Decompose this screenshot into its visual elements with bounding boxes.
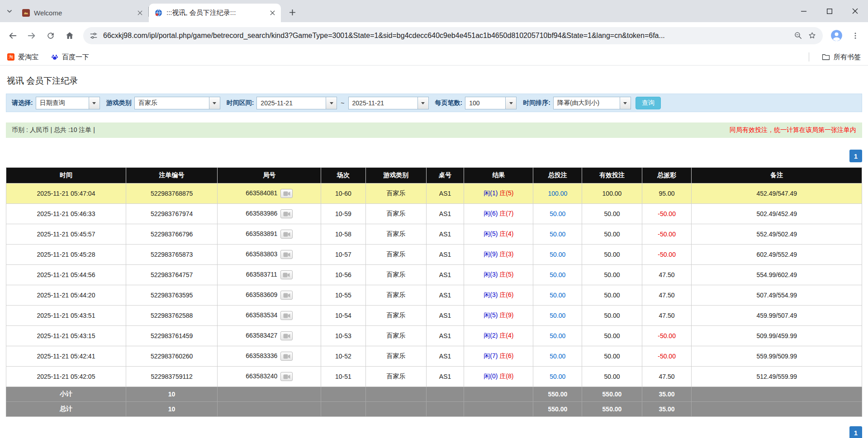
cell-time: 2025-11-21 05:44:20 (6, 285, 126, 306)
cell-game-type: 百家乐 (365, 367, 426, 387)
round-number: 663583891 (246, 230, 277, 237)
cell-result: 闲(2) 庄(4) (464, 326, 533, 346)
date-to-select[interactable]: 2025-11-21 (348, 97, 429, 109)
video-replay-button[interactable] (280, 189, 293, 198)
total-bet-link[interactable]: 50.00 (550, 312, 565, 319)
total-bet-link[interactable]: 50.00 (550, 332, 565, 339)
cell-round: 663584081 (218, 184, 321, 204)
cell-game-type: 百家乐 (365, 265, 426, 285)
cell-bet-id: 522983760260 (126, 346, 217, 367)
cell-session: 10-52 (321, 346, 365, 367)
tab-title: :::视讯, 会员下注纪录::: (166, 9, 264, 17)
tab-bet-records[interactable]: :::视讯, 会员下注纪录::: (149, 4, 281, 22)
game-type-select[interactable]: 百家乐 (134, 97, 220, 109)
cell-total-bet: 50.00 (533, 245, 582, 265)
bookmarks-divider (809, 52, 809, 61)
total-bet-link[interactable]: 50.00 (550, 271, 565, 278)
new-tab-button[interactable] (285, 5, 299, 19)
cell-round: 663583986 (218, 204, 321, 224)
column-header: 总派彩 (642, 168, 692, 184)
tab-close-icon[interactable] (135, 8, 145, 18)
cell-payout: 47.50 (642, 265, 692, 285)
cell-total-bet: 50.00 (533, 204, 582, 224)
total-bet-link[interactable]: 50.00 (550, 373, 565, 380)
video-replay-button[interactable] (280, 209, 293, 218)
cell-bet-id: 522983764757 (126, 265, 217, 285)
page-size-label: 每页笔数: (435, 99, 463, 107)
browser-menu-button[interactable] (847, 28, 863, 44)
site-controls-icon[interactable] (90, 32, 98, 40)
total-bet-link[interactable]: 50.00 (550, 251, 565, 258)
cell-result: 闲(0) 庄(8) (464, 367, 533, 387)
cell-note: 602.49/552.49 (692, 245, 862, 265)
url-text[interactable]: 66cxkj98.com/ipl/portal.php/game/betreco… (103, 32, 788, 40)
search-button[interactable]: 查询 (636, 97, 661, 109)
payout-value: 47.50 (659, 373, 675, 380)
filter-bar: 请选择: 日期查询 游戏类别 百家乐 时间区间: 2025-11-21 ~ 20… (6, 94, 862, 112)
back-button[interactable] (5, 28, 21, 44)
page-number-button[interactable]: 1 (849, 150, 862, 162)
forward-button[interactable] (24, 28, 40, 44)
chevron-down-icon[interactable] (209, 97, 220, 109)
page-number-button[interactable]: 1 (849, 426, 862, 438)
home-button[interactable] (62, 28, 78, 44)
refresh-icon (46, 31, 55, 40)
chevron-down-icon[interactable] (89, 97, 100, 109)
address-bar[interactable]: 66cxkj98.com/ipl/portal.php/game/betreco… (83, 27, 823, 44)
subtotal-row: 小计10550.00550.0035.00 (6, 387, 862, 402)
total-bet-link[interactable]: 50.00 (550, 292, 565, 299)
minimize-button[interactable] (791, 0, 816, 22)
result-banker: 庄(4) (499, 230, 513, 237)
refresh-button[interactable] (43, 28, 59, 44)
close-window-button[interactable] (842, 0, 868, 22)
all-bookmarks-button[interactable]: 所有书签 (822, 53, 861, 61)
tab-close-icon[interactable] (268, 8, 277, 18)
round-number: 663583803 (246, 250, 277, 258)
cell-note: 459.99/507.49 (692, 306, 862, 326)
total-bet-link[interactable]: 50.00 (550, 210, 565, 217)
result-player: 闲(2) (484, 332, 498, 339)
chevron-down-icon[interactable] (620, 97, 631, 109)
bookmarks-bar: 淘 爱淘宝 百度一下 所有书签 (0, 49, 868, 66)
video-replay-button[interactable] (280, 352, 293, 361)
video-replay-button[interactable] (280, 311, 293, 320)
date-from-select[interactable]: 2025-11-21 (256, 97, 337, 109)
pagination-bottom: 1 (6, 426, 862, 438)
chevron-down-icon[interactable] (505, 97, 516, 109)
video-replay-button[interactable] (280, 250, 293, 259)
tab-search-button[interactable] (3, 5, 16, 18)
bookmark-star-icon[interactable] (808, 31, 816, 40)
cell-table-no: AS1 (426, 367, 464, 387)
result-player: 闲(0) (484, 372, 498, 380)
bookmark-baidu[interactable]: 百度一下 (51, 53, 89, 61)
video-replay-button[interactable] (280, 270, 293, 279)
video-replay-button[interactable] (280, 372, 293, 381)
page-size-select[interactable]: 100 (465, 97, 517, 109)
total-bet-link[interactable]: 50.00 (550, 231, 565, 238)
chevron-down-icon[interactable] (326, 97, 337, 109)
tab-welcome[interactable]: Welcome (16, 4, 148, 22)
column-header: 备注 (692, 168, 862, 184)
cell-valid-bet: 50.00 (582, 306, 642, 326)
video-replay-button[interactable] (280, 291, 293, 300)
cell-payout: -50.00 (642, 224, 692, 245)
video-camera-icon (283, 232, 290, 237)
query-type-select[interactable]: 日期查询 (36, 97, 100, 109)
video-replay-button[interactable] (280, 230, 293, 239)
bookmark-aitaobao[interactable]: 淘 爱淘宝 (7, 53, 38, 61)
video-replay-button[interactable] (280, 331, 293, 340)
sort-select[interactable]: 降幂(由大到小) (553, 97, 631, 109)
cell-bet-id: 522983761459 (126, 326, 217, 346)
chevron-down-icon[interactable] (417, 97, 428, 109)
total-bet-link[interactable]: 50.00 (550, 353, 565, 360)
table-row: 2025-11-21 05:44:56522983764757663583711… (6, 265, 862, 285)
zoom-indicator-icon[interactable] (794, 31, 802, 40)
maximize-button[interactable] (816, 0, 842, 22)
cell-time: 2025-11-21 05:44:56 (6, 265, 126, 285)
subtotal-total-bet: 550.00 (533, 387, 582, 402)
column-header: 局号 (218, 168, 321, 184)
total-bet-link[interactable]: 100.00 (548, 190, 567, 197)
profile-avatar[interactable] (828, 28, 844, 44)
column-header: 场次 (321, 168, 365, 184)
forward-arrow-icon (27, 31, 37, 41)
